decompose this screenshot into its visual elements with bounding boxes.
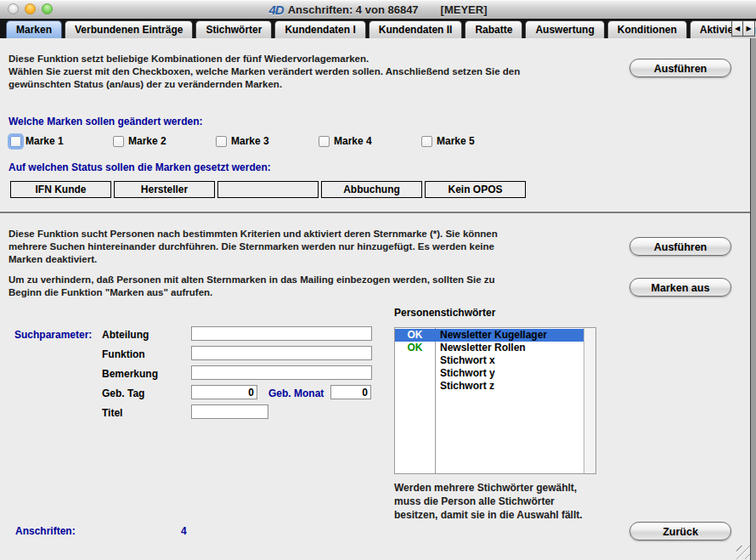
checkbox-item-marke-1: Marke 1	[10, 135, 113, 147]
list-item[interactable]: OK Newsletter Rollen	[395, 342, 584, 354]
window-edge-scrollbar[interactable]	[750, 38, 756, 560]
titel-field[interactable]	[191, 404, 268, 419]
list-scrollbar[interactable]	[584, 328, 595, 473]
anschriften-count-label: Anschriften:	[15, 525, 76, 537]
tab-konditionen[interactable]: Konditionen	[607, 20, 687, 38]
keywords-heading: Personenstichwörter	[394, 307, 495, 319]
tab-scroll-right-button[interactable]: ▶	[743, 20, 755, 37]
list-item[interactable]: Stichwort z	[395, 380, 584, 393]
status-cell-hersteller[interactable]: Hersteller	[114, 181, 215, 198]
section2-intro-text: Diese Funktion sucht Personen nach besti…	[8, 228, 629, 266]
abteilung-field[interactable]	[191, 326, 372, 341]
tab-scroll-controls: ◀ ▶	[731, 20, 755, 37]
list-item[interactable]: Stichwort x	[395, 354, 584, 367]
checkbox-marke-2[interactable]	[113, 136, 124, 147]
keyword-label: Newsletter Rollen	[435, 342, 526, 354]
list-item[interactable]: OK Newsletter Kugellager	[395, 329, 584, 342]
execute-marks-button[interactable]: Ausführen	[629, 59, 731, 77]
keywords-note: Werden mehrere Stichwörter gewählt, muss…	[394, 481, 583, 522]
status-cell-abbuchung[interactable]: Abbuchung	[321, 181, 422, 198]
checkbox-marke-4[interactable]	[319, 136, 330, 147]
status-cell-empty[interactable]	[217, 181, 319, 198]
tab-stichwoerter[interactable]: Stichwörter	[195, 20, 272, 38]
keyword-label: Newsletter Kugellager	[435, 329, 547, 342]
checkbox-item-marke-5: Marke 5	[421, 135, 524, 147]
checkbox-marke-5[interactable]	[421, 136, 432, 147]
geb-monat-field[interactable]	[330, 385, 371, 399]
keyword-status	[395, 354, 435, 367]
marks-checkbox-row: Marke 1 Marke 2 Marke 3 Marke 4 Marke 5	[10, 135, 524, 147]
keyword-label: Stichwort z	[435, 380, 494, 393]
checkbox-label: Marke 4	[334, 135, 372, 147]
window-title: 4D Anschriften: 4 von 86847 [MEYER]	[269, 3, 488, 17]
status-heading: Auf welchen Status sollen die Marken ges…	[8, 161, 271, 173]
keywords-rows: OK Newsletter Kugellager OK Newsletter R…	[395, 329, 584, 393]
zoom-button[interactable]	[42, 3, 53, 14]
window-controls	[8, 3, 53, 14]
status-cell-kein-opos[interactable]: Kein OPOS	[425, 181, 526, 198]
abteilung-label: Abteilung	[102, 329, 149, 341]
section2-warning-text: Um zu verhindern, daß Personen mit alten…	[8, 274, 629, 299]
marks-heading: Welche Marken sollen geändert werden:	[8, 116, 203, 127]
checkbox-label: Marke 3	[231, 135, 269, 147]
back-button[interactable]: Zurück	[629, 522, 731, 540]
tab-kundendaten-1[interactable]: Kundendaten I	[274, 20, 365, 38]
titel-label: Titel	[102, 407, 122, 419]
execute-search-button[interactable]: Ausführen	[629, 237, 731, 256]
geb-monat-label: Geb. Monat	[268, 387, 324, 399]
keyword-label: Stichwort x	[435, 354, 495, 367]
tab-bar: Marken Verbundenen Einträge Stichwörter …	[0, 19, 756, 38]
app-logo-4d-icon: 4D	[269, 3, 284, 17]
list-item[interactable]: Stichwort y	[395, 367, 584, 380]
funktion-label: Funktion	[102, 348, 145, 360]
checkbox-label: Marke 5	[437, 135, 475, 147]
section-divider	[0, 212, 750, 213]
window-title-suffix: [MEYER]	[441, 3, 488, 16]
keywords-listbox: OK Newsletter Kugellager OK Newsletter R…	[394, 327, 596, 474]
bemerkung-label: Bemerkung	[102, 368, 158, 380]
section1-intro-text: Diese Funktion setzt beliebige Kombinati…	[8, 53, 629, 91]
checkbox-item-marke-3: Marke 3	[216, 135, 319, 147]
geb-tag-field[interactable]	[191, 385, 257, 399]
status-cell-row: IFN Kunde Hersteller Abbuchung Kein OPOS	[10, 181, 526, 198]
keyword-status	[395, 380, 435, 393]
bemerkung-field[interactable]	[191, 365, 372, 380]
tab-scroll-left-button[interactable]: ◀	[731, 20, 743, 37]
title-bar: 4D Anschriften: 4 von 86847 [MEYER]	[0, 0, 756, 20]
checkbox-label: Marke 2	[128, 135, 166, 147]
app-window: 4D Anschriften: 4 von 86847 [MEYER] Mark…	[0, 0, 756, 560]
checkbox-item-marke-4: Marke 4	[319, 135, 421, 147]
checkbox-marke-1[interactable]	[10, 136, 21, 147]
checkbox-item-marke-2: Marke 2	[113, 135, 216, 147]
window-title-text: Anschriften: 4 von 86847	[288, 3, 419, 16]
funktion-field[interactable]	[191, 346, 372, 360]
resize-grip[interactable]	[736, 546, 750, 559]
keyword-status: OK	[395, 329, 435, 342]
tab-marken[interactable]: Marken	[6, 20, 62, 38]
keyword-status: OK	[395, 342, 435, 354]
keyword-label: Stichwort y	[435, 367, 495, 380]
status-cell-ifn-kunde[interactable]: IFN Kunde	[10, 181, 111, 198]
marks-off-button[interactable]: Marken aus	[629, 278, 731, 297]
geb-tag-label: Geb. Tag	[102, 387, 144, 399]
search-parameters-label: Suchparameter:	[14, 329, 92, 341]
checkbox-label: Marke 1	[25, 135, 64, 147]
checkbox-marke-3[interactable]	[216, 136, 227, 147]
anschriften-count-value: 4	[181, 525, 187, 537]
tab-rabatte[interactable]: Rabatte	[465, 20, 522, 38]
tab-kundendaten-2[interactable]: Kundendaten II	[369, 20, 463, 38]
tab-verbundenen-eintraege[interactable]: Verbundenen Einträge	[65, 20, 193, 38]
minimize-button[interactable]	[25, 3, 36, 14]
close-button[interactable]	[8, 3, 19, 14]
keyword-status	[395, 367, 435, 380]
tab-auswertung[interactable]: Auswertung	[525, 20, 604, 38]
